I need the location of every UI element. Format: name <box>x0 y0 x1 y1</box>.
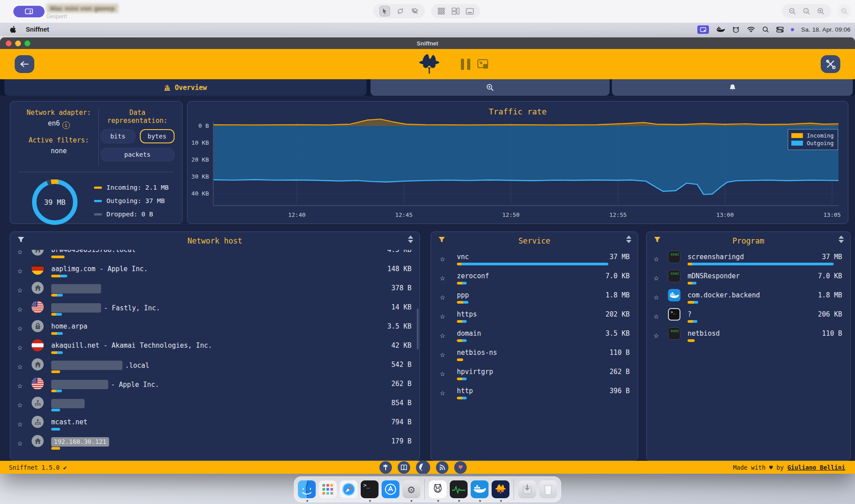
table-row[interactable]: ☆https202 KB <box>431 307 638 326</box>
info-icon[interactable]: i <box>62 122 70 129</box>
favorite-star-icon[interactable]: ☆ <box>440 387 445 397</box>
table-row[interactable]: ☆execscreensharingd37 MB <box>647 250 850 269</box>
table-row[interactable]: ☆execmDNSResponder7.0 KB <box>647 269 850 288</box>
dock-item-launchpad[interactable] <box>319 480 337 499</box>
menu-app-name[interactable]: Sniffnet <box>26 26 49 33</box>
table-row[interactable]: ☆ppp1.8 MB <box>431 288 638 307</box>
control-center-menu-icon[interactable] <box>776 27 784 33</box>
favorite-star-icon[interactable]: ☆ <box>440 311 445 321</box>
favorite-star-icon[interactable]: ☆ <box>440 272 445 282</box>
zoom-level-button[interactable]: 1 <box>802 7 810 15</box>
filter-icon[interactable] <box>438 236 445 243</box>
favorite-star-icon[interactable]: ☆ <box>440 292 445 301</box>
table-row[interactable]: ☆http396 B <box>431 384 638 403</box>
settings-button[interactable] <box>821 55 840 73</box>
packets-button[interactable]: packets <box>101 148 175 161</box>
table-row[interactable]: ☆execnetbiosd110 B <box>647 326 850 345</box>
filter-icon[interactable] <box>654 236 661 243</box>
favorite-star-icon[interactable]: ☆ <box>440 368 445 378</box>
favorite-star-icon[interactable]: ☆ <box>654 253 659 263</box>
sort-toggle[interactable] <box>408 236 413 243</box>
list-scrollbar[interactable] <box>417 309 419 350</box>
dock-item-trash[interactable] <box>539 480 557 499</box>
favorite-star-icon[interactable]: ☆ <box>17 304 22 313</box>
roadmap-link-icon[interactable] <box>379 461 392 474</box>
favorite-star-icon[interactable]: ☆ <box>440 253 445 263</box>
grid-view-button[interactable] <box>437 7 445 15</box>
cursor-tool-button[interactable] <box>379 6 390 16</box>
table-row[interactable]: ☆hpvirtgrp262 B <box>431 365 638 384</box>
table-row[interactable]: ☆854 B <box>10 396 419 415</box>
favorite-star-icon[interactable]: ☆ <box>17 399 22 409</box>
thumbnail-mode-icon[interactable] <box>477 59 489 69</box>
dock-item-installer[interactable] <box>518 480 536 499</box>
dock-item-ollama[interactable] <box>429 480 447 499</box>
table-row[interactable]: ☆mcast.net794 B <box>10 415 419 434</box>
favorite-star-icon[interactable]: ☆ <box>17 438 22 447</box>
windows-layout-button[interactable] <box>452 7 460 15</box>
github-icon[interactable] <box>416 460 430 474</box>
filter-icon[interactable] <box>17 236 24 243</box>
sort-toggle[interactable] <box>626 236 631 243</box>
bits-button[interactable]: bits <box>101 129 135 143</box>
wifi-menu-icon[interactable] <box>747 26 755 33</box>
table-row[interactable]: ☆- Apple Inc.262 B <box>10 377 419 396</box>
favorite-star-icon[interactable]: ☆ <box>654 330 659 340</box>
favorite-star-icon[interactable]: ☆ <box>654 311 659 321</box>
dock-item-activity-monitor[interactable] <box>450 480 468 499</box>
favorite-star-icon[interactable]: ☆ <box>440 330 445 340</box>
zoom-in-button[interactable] <box>817 7 825 15</box>
minimize-window-button[interactable] <box>15 41 21 46</box>
table-row[interactable]: ☆aaplimg.com - Apple Inc.148 KB <box>10 262 419 281</box>
dock-item-system-settings[interactable]: ⚙ <box>402 480 420 499</box>
sync-tool-button[interactable] <box>396 7 404 15</box>
table-row[interactable]: ☆>_?206 KB <box>647 307 850 326</box>
favorite-star-icon[interactable]: ☆ <box>17 361 22 371</box>
zoom-window-button[interactable] <box>24 41 30 46</box>
spotlight-menu-icon[interactable] <box>762 26 769 33</box>
dock-item-finder[interactable] <box>298 480 316 499</box>
sort-toggle[interactable] <box>839 236 844 243</box>
dock-item-terminal[interactable]: >_ <box>361 480 379 499</box>
bottom-bar-button[interactable] <box>466 7 474 15</box>
bytes-button[interactable]: bytes <box>140 129 175 143</box>
tab-inspect[interactable] <box>370 79 610 96</box>
layers-off-button[interactable] <box>411 7 419 15</box>
capture-disabled-button[interactable] <box>837 4 851 18</box>
wiki-book-icon[interactable] <box>398 461 410 474</box>
table-row[interactable]: ☆home.arpa3.5 KB <box>10 319 419 338</box>
tab-overview[interactable]: Overview <box>4 79 366 96</box>
favorite-star-icon[interactable]: ☆ <box>17 285 22 294</box>
docker-menu-icon[interactable] <box>716 26 725 33</box>
apple-menu-icon[interactable] <box>10 26 16 33</box>
screen-share-button[interactable] <box>13 6 45 17</box>
pause-capture-icon[interactable] <box>461 59 470 70</box>
table-row[interactable]: ☆akaquill.net - Akamai Technologies, Inc… <box>10 338 419 358</box>
favorite-star-icon[interactable]: ☆ <box>17 342 22 352</box>
back-button[interactable] <box>15 55 34 73</box>
menu-clock[interactable]: Sa. 18. Apr. 09:06 <box>801 26 851 33</box>
zoom-out-button[interactable] <box>788 7 796 15</box>
table-row[interactable]: ☆192.168.30.121179 B <box>10 434 419 453</box>
favorite-star-icon[interactable]: ☆ <box>17 419 22 428</box>
close-window-button[interactable] <box>6 41 12 46</box>
dock-item-docker[interactable] <box>471 480 489 499</box>
table-row[interactable]: ☆zeroconf7.0 KB <box>431 269 638 288</box>
window-titlebar[interactable]: Sniffnet <box>0 37 855 49</box>
table-row[interactable]: ☆com.docker.backend1.8 MB <box>647 288 850 307</box>
favorite-star-icon[interactable]: ☆ <box>440 349 445 359</box>
cat-menu-icon[interactable] <box>732 26 740 33</box>
favorite-star-icon[interactable]: ☆ <box>17 380 22 390</box>
author-link[interactable]: Giuliano Bellini <box>787 464 845 471</box>
favorite-star-icon[interactable]: ☆ <box>17 323 22 333</box>
favorite-star-icon[interactable]: ☆ <box>17 265 22 275</box>
favorite-star-icon[interactable]: ☆ <box>654 292 659 301</box>
screen-sharing-menu-icon[interactable] <box>697 25 709 34</box>
table-row[interactable]: ☆378 B <box>10 281 419 300</box>
table-row[interactable]: ☆domain3.5 KB <box>431 326 638 345</box>
dock-item-safari[interactable] <box>340 480 358 499</box>
table-row[interactable]: ☆netbios-ns110 B <box>431 345 638 365</box>
dock-item-sniffnet[interactable] <box>492 480 510 499</box>
dock-item-app-store[interactable] <box>381 480 399 499</box>
table-row[interactable]: ☆vnc37 MB <box>431 250 638 269</box>
